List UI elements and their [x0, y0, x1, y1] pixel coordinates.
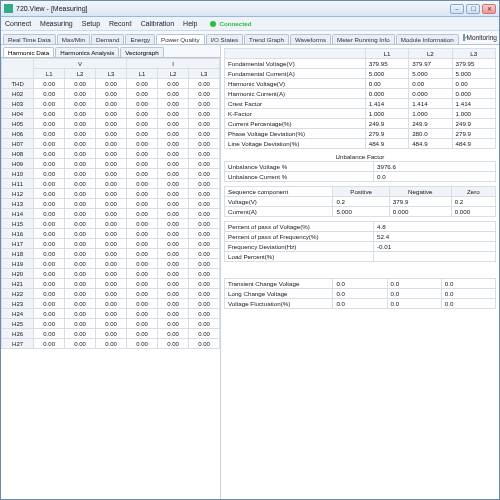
fund-row-label: Line Voltage Deviation(%)	[225, 139, 366, 149]
harmonic-cell: 0.00	[158, 159, 189, 169]
harmonic-row-label: H22	[2, 289, 34, 299]
harmonic-cell: 0.00	[34, 179, 65, 189]
seq-value: 5.000	[333, 207, 389, 217]
harmonic-cell: 0.00	[96, 209, 127, 219]
harmonic-cell: 0.00	[34, 99, 65, 109]
main-tab-meter-running-info[interactable]: Meter Running Info	[332, 34, 395, 44]
main-tab-demand[interactable]: Demand	[91, 34, 124, 44]
harmonic-cell: 0.00	[127, 159, 158, 169]
harmonic-cell: 0.00	[96, 309, 127, 319]
harmonic-cell: 0.00	[96, 99, 127, 109]
harmonic-cell: 0.00	[189, 239, 220, 249]
harmonic-row-label: H27	[2, 339, 34, 349]
harmonic-cell: 0.00	[65, 209, 96, 219]
harmonic-cell: 0.00	[158, 119, 189, 129]
monitoring-checkbox[interactable]	[463, 34, 465, 41]
main-tab-bar: Real Time DataMax/MinDemandEnergyPower Q…	[1, 31, 499, 45]
main-tab-power-quality[interactable]: Power Quality	[156, 34, 205, 44]
fund-value: 1.000	[365, 109, 408, 119]
fund-value: 0.00	[365, 79, 408, 89]
main-tab-max-min[interactable]: Max/Min	[57, 34, 90, 44]
fund-row-label: Fundamental Voltage(V)	[225, 59, 366, 69]
harmonic-cell: 0.00	[189, 89, 220, 99]
menu-calibration[interactable]: Calibration	[141, 20, 174, 27]
harmonic-cell: 0.00	[34, 259, 65, 269]
harmonic-cell: 0.00	[189, 339, 220, 349]
harmonic-cell: 0.00	[34, 279, 65, 289]
main-tab-trend-graph[interactable]: Trend Graph	[244, 34, 289, 44]
harmonic-cell: 0.00	[65, 319, 96, 329]
harmonic-cell: 0.00	[158, 149, 189, 159]
fund-value: 1.414	[365, 99, 408, 109]
unbalance-table: Unbalance Voltage %3976.6Unbalance Curre…	[224, 161, 496, 182]
fund-value: 5.000	[452, 69, 495, 79]
harmonic-row-label: H12	[2, 189, 34, 199]
fund-row-label: Fundamental Current(A)	[225, 69, 366, 79]
fund-value: 5.000	[365, 69, 408, 79]
harmonic-cell: 0.00	[158, 289, 189, 299]
unbalance-label: Unbalance Current %	[225, 172, 374, 182]
harmonic-cell: 0.00	[127, 289, 158, 299]
harmonic-row-label: H14	[2, 209, 34, 219]
harmonic-cell: 0.00	[127, 229, 158, 239]
harmonic-cell: 0.00	[127, 129, 158, 139]
harmonic-data-grid: VIL1L2L3L1L2L3THD0.000.000.000.000.000.0…	[1, 58, 220, 499]
harmonic-cell: 0.00	[158, 199, 189, 209]
harmonic-cell: 0.00	[96, 109, 127, 119]
main-tab-module-information[interactable]: Module Information	[396, 34, 459, 44]
harmonic-cell: 0.00	[189, 319, 220, 329]
harmonic-row-label: H23	[2, 299, 34, 309]
minimize-button[interactable]: –	[450, 4, 464, 14]
freq-value: -0.01	[374, 242, 496, 252]
menu-setup[interactable]: Setup	[82, 20, 100, 27]
fund-value: 484.9	[365, 139, 408, 149]
harmonic-cell: 0.00	[34, 119, 65, 129]
main-tab-real-time-data[interactable]: Real Time Data	[3, 34, 56, 44]
menu-record[interactable]: Record	[109, 20, 132, 27]
sequence-label: Sequence component	[225, 187, 333, 197]
harmonic-cell: 0.00	[189, 229, 220, 239]
main-tab-i-o-states[interactable]: I/O States	[206, 34, 244, 44]
volt-value: 0.0	[387, 279, 441, 289]
left-panel: Harmonic DataHarmonics AnalysisVectorgra…	[1, 45, 221, 499]
harmonic-cell: 0.00	[158, 339, 189, 349]
sub-tab-harmonics-analysis[interactable]: Harmonics Analysis	[55, 47, 119, 57]
fund-value: 484.9	[409, 139, 452, 149]
harmonic-cell: 0.00	[189, 249, 220, 259]
maximize-button[interactable]: ☐	[466, 4, 480, 14]
harmonic-cell: 0.00	[158, 209, 189, 219]
harmonic-cell: 0.00	[127, 79, 158, 89]
harmonic-row-label: H08	[2, 149, 34, 159]
menu-connect[interactable]: Connect	[5, 20, 31, 27]
harmonic-cell: 0.00	[34, 229, 65, 239]
harmonic-cell: 0.00	[65, 79, 96, 89]
menu-measuring[interactable]: Measuring	[40, 20, 73, 27]
harmonic-cell: 0.00	[127, 179, 158, 189]
main-tab-energy[interactable]: Energy	[125, 34, 155, 44]
harmonic-cell: 0.00	[189, 259, 220, 269]
harmonic-cell: 0.00	[127, 149, 158, 159]
sub-tab-harmonic-data[interactable]: Harmonic Data	[3, 47, 54, 57]
close-button[interactable]: ✕	[482, 4, 496, 14]
volt-value: 0.0	[387, 289, 441, 299]
freq-value: 52.4	[374, 232, 496, 242]
sub-tab-vectorgraph[interactable]: Vectorgraph	[120, 47, 163, 57]
freq-label: Load Percent(%)	[225, 252, 374, 262]
harmonic-cell: 0.00	[189, 179, 220, 189]
harmonic-row-label: H13	[2, 199, 34, 209]
main-tab-waveforms[interactable]: Waveforms	[290, 34, 331, 44]
harmonic-cell: 0.00	[34, 329, 65, 339]
harmonic-cell: 0.00	[65, 99, 96, 109]
menu-help[interactable]: Help	[183, 20, 197, 27]
harmonic-cell: 0.00	[65, 159, 96, 169]
harmonic-cell: 0.00	[189, 299, 220, 309]
harmonic-row-label: H21	[2, 279, 34, 289]
volt-label: Long Change Voltage	[225, 289, 333, 299]
harmonic-cell: 0.00	[65, 239, 96, 249]
harmonic-cell: 0.00	[65, 229, 96, 239]
harmonic-cell: 0.00	[127, 329, 158, 339]
fund-value: 0.00	[452, 79, 495, 89]
fund-value: 0.00	[409, 79, 452, 89]
window-title: 720.View - [Measuring]	[16, 5, 87, 12]
harmonic-cell: 0.00	[65, 259, 96, 269]
